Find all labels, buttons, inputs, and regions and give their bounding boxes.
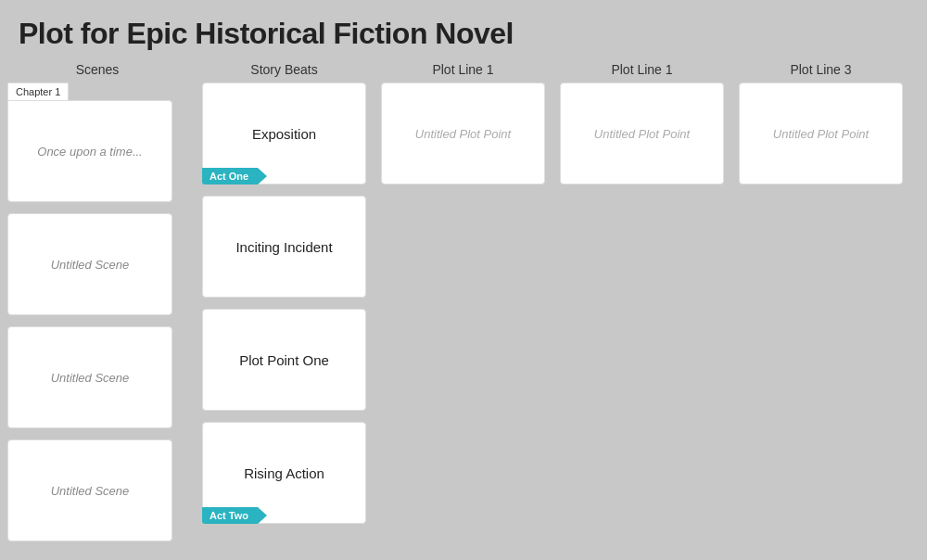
act-one-badge: Act One [202, 168, 267, 185]
scene-card-2-text: Untitled Scene [44, 250, 137, 279]
plot-point-card-3[interactable]: Untitled Plot Point [739, 83, 903, 185]
beat-inciting-text: Inciting Incident [228, 232, 339, 262]
scene-card-1-text: Once upon a time... [30, 137, 149, 166]
page-title: Plot for Epic Historical Fiction Novel [0, 0, 927, 62]
beat-exposition-text: Exposition [245, 119, 324, 149]
scene-card-3[interactable]: Untitled Scene [7, 326, 172, 428]
column-header-plot1: Plot Line 1 [374, 62, 552, 77]
beat-card-inciting-incident[interactable]: Inciting Incident [202, 196, 366, 298]
act-two-badge: Act Two [202, 507, 267, 524]
scene-card-1[interactable]: Once upon a time... [7, 100, 172, 202]
plot-line-2-column: Untitled Plot Point [552, 83, 731, 553]
beat-card-exposition[interactable]: Exposition Act One [202, 83, 366, 185]
column-header-story-beats: Story Beats [195, 62, 374, 77]
plot-line-1-column: Untitled Plot Point [374, 83, 552, 553]
plot-line-3-column: Untitled Plot Point [731, 83, 910, 553]
story-beats-column: Exposition Act One Inciting Incident Plo… [195, 83, 374, 553]
scene-card-4[interactable]: Untitled Scene [7, 439, 172, 541]
beat-card-plot-point-one[interactable]: Plot Point One [202, 309, 366, 411]
scene-card-3-text: Untitled Scene [44, 363, 137, 392]
scene-card-2[interactable]: Untitled Scene [7, 213, 172, 315]
beat-plot-point-one-text: Plot Point One [232, 345, 337, 375]
column-header-plot2: Plot Line 1 [552, 62, 731, 77]
plot-point-2-text: Untitled Plot Point [587, 120, 697, 148]
scenes-column: Chapter 1 Once upon a time... Untitled S… [0, 83, 195, 553]
chapter-label: Chapter 1 [7, 83, 69, 100]
beat-card-rising-action[interactable]: Rising Action Act Two [202, 422, 366, 524]
scene-card-4-text: Untitled Scene [44, 477, 137, 505]
plot-point-1-text: Untitled Plot Point [408, 120, 518, 148]
plot-point-card-1[interactable]: Untitled Plot Point [381, 83, 545, 185]
plot-point-3-text: Untitled Plot Point [766, 120, 876, 148]
column-header-plot3: Plot Line 3 [731, 62, 910, 77]
column-header-scenes: Scenes [0, 62, 195, 77]
plot-point-card-2[interactable]: Untitled Plot Point [560, 83, 724, 185]
beat-rising-action-text: Rising Action [236, 458, 332, 489]
